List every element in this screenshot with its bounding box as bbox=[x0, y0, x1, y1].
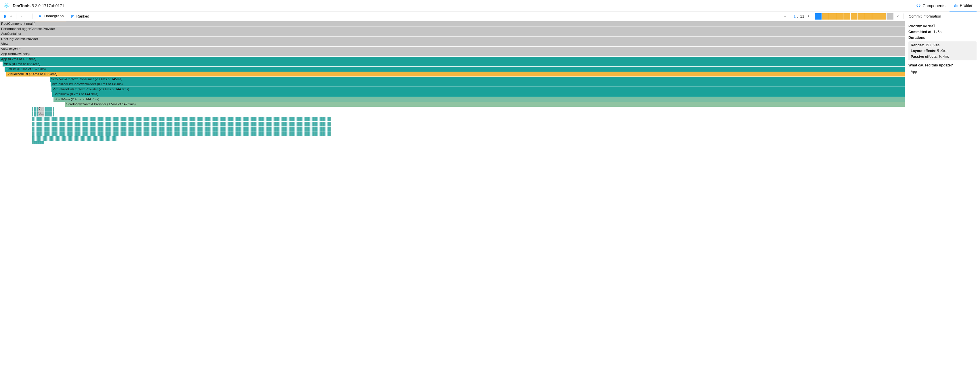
flame-cell[interactable] bbox=[89, 117, 89, 121]
flame-cell[interactable] bbox=[68, 132, 69, 136]
flame-cell[interactable] bbox=[127, 122, 127, 126]
flame-cell[interactable] bbox=[154, 132, 155, 136]
flame-cell[interactable] bbox=[152, 132, 153, 136]
flame-cell[interactable] bbox=[256, 122, 258, 126]
flame-cell[interactable] bbox=[317, 122, 318, 126]
flame-cell[interactable] bbox=[299, 122, 300, 126]
flame-cell[interactable] bbox=[32, 132, 33, 136]
flame-cell[interactable] bbox=[92, 136, 93, 141]
flame-cell[interactable] bbox=[160, 117, 161, 121]
flame-cell[interactable] bbox=[204, 132, 204, 136]
flame-cell[interactable] bbox=[253, 117, 254, 121]
flame-cell[interactable] bbox=[130, 132, 131, 136]
flame-cell[interactable] bbox=[176, 122, 177, 126]
flame-cell[interactable] bbox=[95, 117, 96, 121]
flame-cell[interactable] bbox=[264, 122, 266, 126]
flame-cell[interactable] bbox=[156, 117, 157, 121]
flame-cell[interactable] bbox=[86, 122, 87, 126]
flame-cell[interactable] bbox=[238, 127, 239, 131]
flame-cell[interactable] bbox=[278, 122, 279, 126]
flame-cell[interactable] bbox=[33, 122, 34, 126]
flame-cell[interactable] bbox=[86, 136, 86, 141]
flame-cell[interactable] bbox=[88, 117, 88, 121]
flame-cell[interactable] bbox=[255, 122, 256, 126]
flame-cell[interactable] bbox=[259, 127, 260, 131]
flame-cell[interactable] bbox=[266, 132, 267, 136]
flame-cell[interactable] bbox=[72, 127, 73, 131]
flame-cell[interactable] bbox=[38, 141, 40, 145]
flame-cell[interactable] bbox=[65, 136, 65, 141]
flame-cell[interactable] bbox=[123, 127, 124, 131]
flame-cell[interactable] bbox=[76, 122, 77, 126]
flame-cell[interactable] bbox=[234, 117, 234, 121]
flame-cell[interactable] bbox=[317, 132, 318, 136]
flame-cell[interactable] bbox=[327, 132, 328, 136]
flame-cell[interactable] bbox=[286, 127, 287, 131]
flame-cell[interactable] bbox=[34, 141, 36, 145]
flame-cell[interactable] bbox=[145, 117, 146, 121]
flame-cell[interactable] bbox=[217, 117, 218, 121]
flame-cell[interactable] bbox=[98, 127, 99, 131]
flame-cell[interactable] bbox=[113, 136, 113, 141]
flame-cell[interactable] bbox=[132, 117, 133, 121]
flame-cell[interactable] bbox=[74, 127, 75, 131]
flame-cell[interactable] bbox=[158, 127, 158, 131]
flame-cell[interactable] bbox=[293, 127, 294, 131]
flame-cell[interactable] bbox=[216, 127, 217, 131]
flame-cell[interactable] bbox=[177, 122, 178, 126]
flame-cell[interactable] bbox=[145, 127, 146, 131]
flame-cell[interactable] bbox=[267, 127, 268, 131]
flame-cell[interactable] bbox=[135, 132, 135, 136]
flame-cell[interactable] bbox=[65, 132, 67, 136]
flame-cell[interactable] bbox=[164, 127, 165, 131]
flame-row[interactable]: ScrollView (0.2ms of 144.9ms) bbox=[52, 92, 905, 97]
flame-cell[interactable] bbox=[33, 107, 35, 111]
flame-cell[interactable] bbox=[270, 132, 271, 136]
flame-cell[interactable] bbox=[46, 127, 47, 131]
flame-cell[interactable] bbox=[130, 127, 131, 131]
flame-cell[interactable] bbox=[35, 127, 35, 131]
flame-cell[interactable] bbox=[106, 117, 107, 121]
flame-cell[interactable] bbox=[234, 127, 234, 131]
flame-cell[interactable] bbox=[171, 122, 172, 126]
clear-button[interactable] bbox=[9, 14, 14, 19]
flame-cell[interactable] bbox=[268, 117, 269, 121]
flame-cell[interactable] bbox=[105, 136, 105, 141]
flame-cell[interactable] bbox=[307, 117, 308, 121]
flame-cell[interactable] bbox=[208, 127, 209, 131]
flame-cell[interactable] bbox=[315, 117, 316, 121]
flame-cell[interactable] bbox=[191, 132, 192, 136]
flame-cell[interactable] bbox=[67, 122, 68, 126]
flame-cell[interactable] bbox=[154, 122, 155, 126]
flame-cell[interactable] bbox=[286, 117, 287, 121]
prev-commit-button[interactable] bbox=[805, 13, 812, 20]
flame-cell[interactable] bbox=[118, 136, 118, 141]
flame-cell[interactable] bbox=[114, 136, 115, 141]
flame-cell[interactable] bbox=[261, 122, 262, 126]
flame-cell[interactable] bbox=[175, 117, 176, 121]
flame-cell[interactable] bbox=[281, 122, 282, 126]
flame-cell[interactable] bbox=[47, 122, 48, 126]
flame-cell[interactable] bbox=[238, 132, 239, 136]
flame-cell[interactable] bbox=[177, 132, 178, 136]
flame-cell[interactable] bbox=[321, 127, 322, 131]
flame-cell[interactable] bbox=[110, 132, 111, 136]
flame-cell[interactable] bbox=[199, 132, 200, 136]
flame-cell[interactable] bbox=[180, 127, 180, 131]
flame-cell[interactable] bbox=[80, 117, 80, 121]
flame-cell[interactable] bbox=[99, 127, 100, 131]
flame-cell[interactable] bbox=[151, 122, 151, 126]
flame-cell[interactable] bbox=[237, 117, 238, 121]
flame-cell[interactable] bbox=[180, 122, 180, 126]
flame-cell[interactable] bbox=[129, 127, 130, 131]
flame-cell[interactable] bbox=[128, 117, 129, 121]
flame-cell[interactable] bbox=[61, 117, 62, 121]
flame-cell[interactable] bbox=[223, 132, 224, 136]
flame-cell[interactable] bbox=[193, 127, 194, 131]
flame-cell[interactable] bbox=[272, 117, 272, 121]
flame-cell[interactable] bbox=[88, 122, 88, 126]
flame-cell[interactable] bbox=[304, 117, 304, 121]
flame-cell[interactable] bbox=[75, 127, 76, 131]
flame-cell[interactable] bbox=[109, 127, 110, 131]
flame-cell[interactable] bbox=[189, 117, 189, 121]
